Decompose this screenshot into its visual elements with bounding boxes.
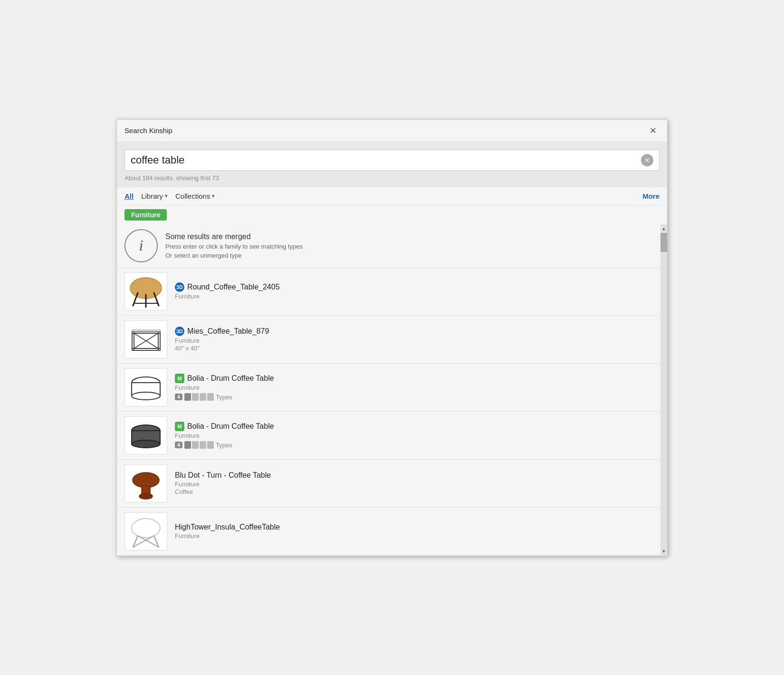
filter-collections-label: Collections — [175, 192, 210, 200]
list-item[interactable]: M Bolia - Drum Coffee Table Furniture 4 … — [117, 364, 667, 412]
clear-search-button[interactable]: ✕ — [641, 154, 653, 166]
search-input[interactable] — [131, 154, 641, 166]
scrollbar-track[interactable]: ▲ ▼ — [660, 224, 667, 556]
list-item[interactable]: HighTower_Insula_CoffeeTable Furniture — [117, 508, 667, 556]
svg-point-20 — [139, 493, 153, 499]
type-bar — [184, 393, 191, 401]
thumbnail — [124, 512, 167, 550]
search-area: ✕ About 184 results, showing first 73 — [117, 142, 667, 187]
info-icon: i — [124, 229, 158, 262]
svg-rect-11 — [132, 329, 160, 332]
item-name: Blu Dot - Turn - Coffee Table — [175, 471, 660, 480]
kinship-icon: M — [175, 374, 184, 383]
info-desc1: Press enter or click a family to see mat… — [165, 243, 660, 250]
item-info: M Bolia - Drum Coffee Table Furniture 4 … — [175, 422, 660, 449]
item-name: M Bolia - Drum Coffee Table — [175, 422, 660, 431]
svg-point-18 — [133, 472, 159, 488]
item-category: Furniture — [175, 293, 660, 300]
search-box: ✕ — [124, 150, 660, 171]
filter-all[interactable]: All — [124, 192, 134, 200]
item-name: 3D Mies_Coffee_Table_879 — [175, 327, 660, 336]
collections-chevron-icon: ▾ — [212, 193, 215, 199]
info-title: Some results are merged — [165, 232, 660, 241]
item-name: M Bolia - Drum Coffee Table — [175, 374, 660, 383]
results-container[interactable]: i Some results are merged Press enter or… — [117, 224, 667, 556]
item-category: Furniture — [175, 337, 660, 344]
list-item[interactable]: Blu Dot - Turn - Coffee Table Furniture … — [117, 460, 667, 508]
item-info: 3D Round_Coffee_Table_2405 Furniture — [175, 282, 660, 300]
type-bar — [207, 441, 214, 449]
thumbnail — [124, 320, 167, 358]
window-title: Search Kinship — [124, 126, 172, 135]
svg-point-17 — [132, 440, 160, 448]
type-bar — [192, 441, 199, 449]
search-window: Search Kinship ✕ ✕ About 184 results, sh… — [116, 119, 668, 556]
library-chevron-icon: ▾ — [165, 193, 168, 199]
svg-rect-8 — [132, 348, 160, 350]
info-item[interactable]: i Some results are merged Press enter or… — [117, 224, 667, 268]
svg-rect-7 — [158, 331, 160, 350]
title-bar: Search Kinship ✕ — [117, 120, 667, 142]
type-count: 4 — [175, 442, 182, 448]
filter-collections-button[interactable]: Collections ▾ — [175, 192, 215, 200]
scroll-down-button[interactable]: ▼ — [660, 547, 667, 556]
item-name: HighTower_Insula_CoffeeTable — [175, 523, 660, 531]
category-tag-container: Furniture — [117, 205, 667, 224]
item-info: HighTower_Insula_CoffeeTable Furniture — [175, 523, 660, 540]
type-bar — [184, 441, 191, 449]
item-category: Furniture — [175, 432, 660, 439]
kinship-icon: 3D — [175, 327, 184, 336]
result-count: About 184 results, showing first 73 — [124, 174, 660, 182]
category-tag[interactable]: Furniture — [124, 209, 167, 221]
scrollbar-thumb[interactable] — [660, 233, 667, 252]
type-bar — [192, 393, 199, 401]
types-badge: 4 Types — [175, 441, 660, 449]
filter-more[interactable]: More — [642, 192, 660, 200]
type-bar — [200, 441, 206, 449]
info-desc2: Or select an unmerged type — [165, 252, 660, 259]
svg-rect-6 — [132, 331, 134, 350]
scroll-up-button[interactable]: ▲ — [660, 224, 667, 233]
filter-library-button[interactable]: Library ▾ — [141, 192, 168, 200]
type-count: 4 — [175, 394, 182, 400]
item-info: 3D Mies_Coffee_Table_879 Furniture 40" x… — [175, 327, 660, 352]
types-label: Types — [216, 394, 232, 401]
thumbnail — [124, 464, 167, 502]
item-sub: 40" x 40" — [175, 345, 660, 352]
type-bars — [184, 393, 214, 401]
info-text: Some results are merged Press enter or c… — [165, 232, 660, 259]
type-bar — [200, 393, 206, 401]
item-category: Furniture — [175, 384, 660, 391]
svg-point-14 — [132, 392, 160, 400]
thumbnail — [124, 416, 167, 454]
kinship-icon: M — [175, 422, 184, 431]
list-item[interactable]: 3D Round_Coffee_Table_2405 Furniture — [117, 268, 667, 316]
item-sub: Coffee — [175, 488, 660, 495]
item-category: Furniture — [175, 481, 660, 488]
type-bars — [184, 441, 214, 449]
list-item[interactable]: 3D Mies_Coffee_Table_879 Furniture 40" x… — [117, 316, 667, 364]
thumbnail — [124, 272, 167, 310]
list-item[interactable]: M Bolia - Drum Coffee Table Furniture 4 … — [117, 412, 667, 460]
item-info: M Bolia - Drum Coffee Table Furniture 4 … — [175, 374, 660, 401]
item-info: Blu Dot - Turn - Coffee Table Furniture … — [175, 471, 660, 495]
types-badge: 4 Types — [175, 393, 660, 401]
filter-bar: All Library ▾ Collections ▾ More — [117, 187, 667, 205]
thumbnail — [124, 368, 167, 406]
types-label: Types — [216, 442, 232, 449]
item-name: 3D Round_Coffee_Table_2405 — [175, 282, 660, 292]
close-button[interactable]: ✕ — [647, 125, 660, 136]
filter-library-label: Library — [141, 192, 163, 200]
item-category: Furniture — [175, 532, 660, 540]
type-bar — [207, 393, 214, 401]
kinship-icon: 3D — [175, 282, 184, 292]
svg-point-21 — [132, 519, 160, 538]
